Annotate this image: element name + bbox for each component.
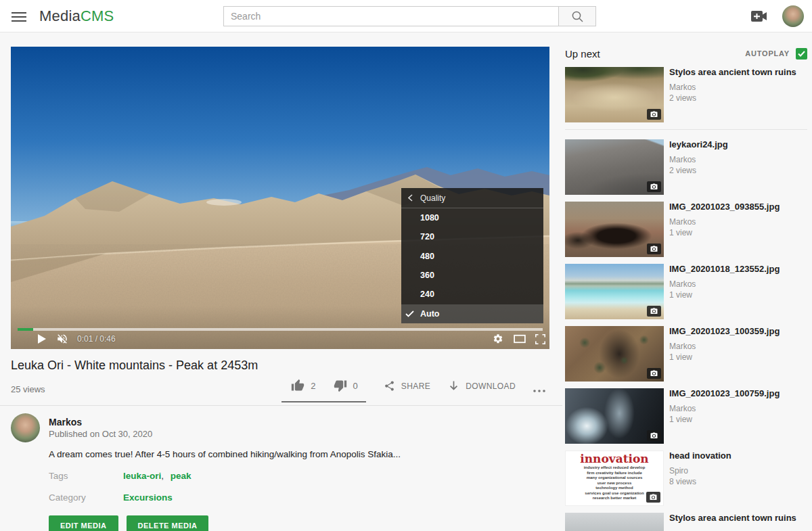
upnext-item[interactable]: innovationindustry effect reduced develo… [565,451,807,506]
camera-icon [650,111,658,118]
upnext-item[interactable]: leykaori24.jpg Markos 2 views [565,139,807,195]
media-type-badge [647,244,661,254]
upnext-item-author[interactable]: Markos [669,154,728,165]
search-button[interactable] [559,6,596,26]
upnext-thumbnail [565,513,664,531]
upload-media-button[interactable] [751,11,767,24]
upnext-item-title: Stylos area ancient town ruins [669,513,796,524]
media-type-badge [647,109,661,120]
quality-option[interactable]: 360 [401,266,543,285]
thumb-down-icon [334,379,347,392]
author-name[interactable]: Markos [49,417,82,428]
like-count: 2 [311,381,315,391]
upnext-item-views: 2 views [669,93,796,103]
upnext-item[interactable]: Stylos area ancient town ruins Markos 2 … [565,67,807,122]
tag-link[interactable]: peak [171,471,191,481]
logo[interactable]: MediaCMS [39,7,114,25]
thumb-up-icon [291,379,304,392]
published-date: Published on Oct 30, 2020 [49,429,152,439]
upnext-item-author[interactable]: Markos [669,82,796,93]
up-next-title: Up next [565,48,600,60]
delete-media-button[interactable]: DELETE MEDIA [127,515,209,531]
quality-option[interactable]: 480 [401,247,543,266]
upnext-item-views: 1 view [669,290,780,300]
download-button[interactable]: DOWNLOAD [448,380,516,392]
fullscreen-button[interactable] [533,333,547,345]
theater-mode-button[interactable] [513,333,526,345]
upnext-item-author[interactable]: Markos [669,341,780,352]
quality-menu-options: 1080 720 480 360 240 Auto [401,208,543,323]
upnext-item-title: IMG_20201023_093855.jpg [669,202,780,212]
upnext-item[interactable]: Stylos area ancient town ruins [565,513,807,531]
share-icon [384,380,395,392]
quality-option[interactable]: 1080 [401,208,543,227]
media-type-badge [647,430,661,441]
upnext-info: Stylos area ancient town ruins [664,513,796,531]
media-type-badge [646,492,660,503]
like-button[interactable]: 2 [291,379,315,392]
upnext-item-title: IMG_20201023_100359.jpg [669,326,780,337]
video-title: Leuka Ori - White mountains - Peak at 24… [11,359,258,373]
volume-muted-icon [56,333,68,345]
quality-option-label: 240 [420,290,434,299]
upnext-thumbnail [565,388,664,444]
quality-option[interactable]: 240 [401,285,543,304]
quality-option[interactable]: 720 [401,227,543,246]
user-avatar[interactable] [782,5,804,27]
autoplay-checkbox[interactable] [796,48,807,60]
settings-button[interactable] [491,333,505,345]
category-link[interactable]: Excursions [123,492,173,503]
upnext-thumbnail [565,202,664,257]
category-row: Category Excursions [49,492,173,503]
upnext-item[interactable]: IMG_20201023_100359.jpg Markos 1 view [565,326,807,382]
upnext-item[interactable]: IMG_20201018_123552.jpg Markos 1 view [565,264,807,319]
upnext-info: IMG_20201023_100759.jpg Markos 1 view [664,388,780,444]
menu-icon[interactable] [12,9,26,23]
camera-icon [650,432,658,439]
upnext-thumbnail [565,264,664,319]
more-options-button[interactable] [533,383,545,395]
upnext-item-title: IMG_20201018_123552.jpg [669,264,780,275]
upnext-item-views: 1 view [669,414,780,425]
upnext-separator [565,129,807,130]
theater-mode-icon [514,334,526,344]
camera-icon [650,308,658,315]
progress-played [18,328,33,331]
media-type-badge [647,368,661,379]
video-description: A dream comes true! After 4-5 hours of c… [49,449,428,459]
edit-media-button[interactable]: EDIT MEDIA [49,515,118,531]
dislike-button[interactable]: 0 [334,379,358,392]
dislike-count: 0 [353,381,358,391]
search-input[interactable] [223,6,559,26]
video-player[interactable]: 0:01 / 0:46 Quality 1080 72 [11,47,549,349]
upnext-item-author[interactable]: Markos [669,279,780,290]
search-bar [223,6,596,26]
play-button[interactable] [35,333,49,345]
upnext-item-author[interactable]: Markos [669,403,780,414]
ellipsis-icon [533,390,545,392]
upnext-item-author[interactable]: Spiro [669,465,731,476]
author-avatar[interactable] [11,413,40,442]
check-icon [798,51,805,57]
tag-link[interactable]: leuka-ori [123,471,161,481]
progress-bar[interactable] [18,328,543,331]
upnext-item[interactable]: IMG_20201023_093855.jpg Markos 1 view [565,202,807,257]
autoplay-control: AUTOPLAY [745,48,807,60]
share-button[interactable]: SHARE [384,380,430,392]
media-type-badge [647,306,661,317]
mute-button[interactable] [55,333,69,345]
upnext-info: leykaori24.jpg Markos 2 views [664,139,728,195]
upnext-item-author[interactable]: Markos [669,216,780,227]
action-bar: 2 0 SHARE DOWNLOAD [11,376,549,402]
tags-label: Tags [49,471,123,481]
upnext-item[interactable]: IMG_20201023_100759.jpg Markos 1 view [565,388,807,444]
upnext-thumbnail [565,326,664,382]
top-bar: MediaCMS [0,0,812,32]
download-icon [448,380,459,392]
upnext-thumbnail [565,139,664,195]
search-icon [571,10,584,23]
quality-menu-back[interactable]: Quality [401,188,543,208]
up-next-sidebar: Up next AUTOPLAY Stylos area ancient tow… [565,47,807,531]
quality-option-label: 720 [420,232,434,241]
quality-option[interactable]: Auto [401,304,543,323]
